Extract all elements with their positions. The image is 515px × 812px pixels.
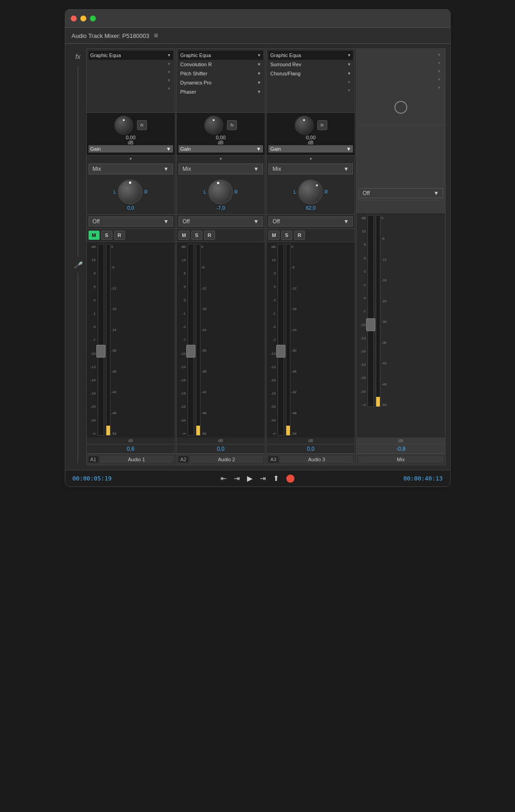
track2-db-scale: dB 15 9 5 0 -1 -4 -7 -10 -13 -16 -19 -25… [178,244,186,436]
track-audio1: Graphic Equa ▼ ▼ ▼ ▼ ▼ fx 0,00 [86,48,175,465]
track1-effect-3[interactable]: ▼ [89,68,173,76]
rewind-to-start-button[interactable]: ⇤ [221,474,226,483]
track3-s-button[interactable]: S [281,231,292,240]
track2-pan-knob[interactable] [208,179,233,204]
track3-off-dropdown[interactable]: Off ▼ [268,216,353,227]
track2-s-button[interactable]: S [191,231,202,240]
track3-pan-knob[interactable] [298,179,323,204]
track1-mix-dropdown[interactable]: Mix ▼ [89,163,173,174]
track1-r-button[interactable]: R [114,231,125,240]
track3-effect-3-arrow: ▼ [347,71,351,76]
export-button[interactable]: ⬆ [273,474,279,483]
track3-mix-dropdown[interactable]: Mix ▼ [268,163,353,174]
track4-off-row: Off ▼ [357,186,445,200]
track2-effect-2[interactable]: Convolution R ▼ [179,60,263,69]
main-content: fx 🎤 Graphic Equa ▼ ▼ ▼ ▼ ▼ [65,44,450,470]
track1-fader-track[interactable] [98,244,104,436]
track2-m-button[interactable]: M [179,231,189,240]
track4-fader-handle[interactable] [366,318,375,331]
track3-knob[interactable] [294,116,314,135]
track1-effect-5[interactable]: ▼ [89,84,173,93]
track2-fx-btn[interactable]: fx [227,120,237,130]
track2-mix-dropdown[interactable]: Mix ▼ [179,163,263,174]
menu-icon[interactable]: ≡ [154,32,158,40]
track4-fx-section: ▼ ▼ ▼ ▼ ▼ [357,49,445,125]
maximize-button[interactable] [90,16,96,21]
step-forward-button[interactable]: ⇥ [260,474,266,483]
fx-sidebar-line [78,66,78,257]
minimize-button[interactable] [80,16,86,21]
track3-name[interactable]: Audio 3 [280,456,353,463]
track3-effect-1[interactable]: Graphic Equa ▼ [268,51,353,60]
track1-gain-dropdown[interactable]: Gain ▼ [89,145,173,153]
track4-name[interactable]: Mix [358,456,443,463]
track1-fader-handle[interactable] [96,345,105,358]
track4-effect-2[interactable]: ▼ [358,59,443,67]
track2-gain-dropdown[interactable]: Gain ▼ [179,145,263,153]
track3-vu-track [286,244,290,436]
track1-m-button[interactable]: M [89,231,100,240]
track2-effect-5[interactable]: Phaser ▼ [179,87,263,96]
track2-r-button[interactable]: R [204,231,215,240]
track4-effect-4[interactable]: ▼ [358,75,443,84]
track1-effect-2[interactable]: ▼ [89,60,173,68]
microphone-icon: 🎤 [74,261,82,269]
track3-fx-btn[interactable]: fx [317,120,327,130]
track2-off-dropdown[interactable]: Off ▼ [179,216,263,227]
track3-effect-3[interactable]: Chorus/Flang ▼ [268,69,353,78]
track1-db-scale: dB 15 9 5 0 -1 -4 -7 -10 -13 -16 -19 -25… [88,244,96,436]
track2-effect-1[interactable]: Graphic Equa ▼ [179,51,263,60]
fast-forward-button[interactable]: ⇥ [234,474,240,483]
track2-effect-3[interactable]: Pitch Shifter ▼ [179,69,263,78]
track2-fader-track[interactable] [188,244,194,436]
track3-effect-5[interactable]: ▼ [268,86,353,95]
track3-r-button[interactable]: R [294,231,305,240]
close-button[interactable] [71,16,77,21]
track1-gain-arrow: ▼ [166,146,171,152]
record-button[interactable] [286,475,294,483]
track1-effect-4[interactable]: ▼ [89,76,173,84]
track3-fader-track[interactable] [278,244,284,436]
track2-db-label: dB [218,140,223,145]
track2-msb-row: M S R [177,229,265,242]
track4-fader-track[interactable] [368,215,374,407]
track3-db-bottom-label: dB [267,438,355,444]
track2-knob[interactable] [204,116,223,135]
track3-m-button[interactable]: M [268,231,279,240]
track3-fader-handle[interactable] [276,345,285,358]
track1-pan-value: 0,0 [127,205,134,211]
timecode-end: 00:00:40:13 [403,475,442,482]
track1-effect-1[interactable]: Graphic Equa ▼ [89,51,173,60]
track2-effect-2-arrow: ▼ [257,62,261,67]
track2-name[interactable]: Audio 2 [190,456,263,463]
track4-off-label: Off [363,190,370,196]
track2-db-value: 0,00 [216,135,226,140]
track2-mix-arrow: ▼ [253,166,259,172]
track1-s-button[interactable]: S [101,231,112,240]
track1-knob[interactable] [114,116,133,135]
track3-effect-2[interactable]: Surround Rev ▼ [268,60,353,69]
track3-effect-1-name: Graphic Equa [270,53,346,58]
track2-r-label: R [235,190,238,195]
track3-effect-3-name: Chorus/Flang [270,71,346,76]
track1-r-label: R [144,190,147,195]
track4-effect-1[interactable]: ▼ [358,51,443,59]
track3-label-row: A3 Audio 3 [267,453,355,465]
track4-db-scale-right: 0 -6 -12 -18 -24 -30 -36 -42 -48 -54 [381,215,389,407]
track3-db-scale: dB 15 9 5 0 -1 -4 -7 -10 -13 -16 -19 -25… [268,244,276,436]
track4-circle [394,101,407,114]
track4-off-dropdown[interactable]: Off ▼ [358,188,443,198]
track3-effect-4[interactable]: ▼ [268,78,353,86]
track1-pan-knob[interactable] [118,179,142,204]
track1-name[interactable]: Audio 1 [100,456,173,463]
track4-effect-3[interactable]: ▼ [358,67,443,75]
track1-off-dropdown[interactable]: Off ▼ [89,216,173,227]
track3-off-row: Off ▼ [267,215,355,229]
track2-fader-handle[interactable] [186,345,195,358]
track1-effect-1-arrow: ▼ [167,53,171,58]
track2-effect-4[interactable]: Dynamics Pro ▼ [179,78,263,87]
track4-effect-5[interactable]: ▼ [358,84,443,92]
track3-gain-dropdown[interactable]: Gain ▼ [268,145,353,153]
track1-fx-btn[interactable]: fx [137,120,147,130]
play-button[interactable]: ▶ [247,474,252,483]
